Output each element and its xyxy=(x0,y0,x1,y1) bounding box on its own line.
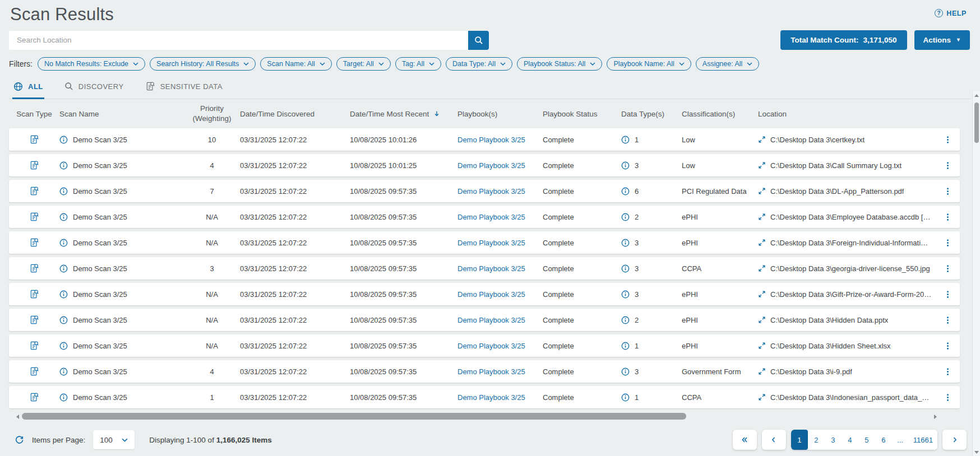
playbook-link[interactable]: Demo Playbook 3/25 xyxy=(457,367,525,376)
info-icon[interactable] xyxy=(59,264,68,273)
playbook-link[interactable]: Demo Playbook 3/25 xyxy=(457,264,525,273)
col-header-priority[interactable]: Priority (Weighting) xyxy=(184,104,240,123)
row-menu-button[interactable] xyxy=(935,316,960,324)
info-icon[interactable] xyxy=(59,213,68,221)
info-icon[interactable] xyxy=(621,393,630,402)
scroll-down-arrow[interactable] xyxy=(973,448,980,456)
col-header-playbooks[interactable]: Playbook(s) xyxy=(457,110,543,118)
filter-chip[interactable]: Scan Name: All xyxy=(260,57,331,71)
info-icon[interactable] xyxy=(59,239,68,247)
info-icon[interactable] xyxy=(621,316,630,324)
sort-descending-icon[interactable] xyxy=(433,110,441,118)
info-icon[interactable] xyxy=(59,342,68,350)
filter-chip[interactable]: Assignee: All xyxy=(696,57,760,71)
info-icon[interactable] xyxy=(621,187,630,196)
row-menu-button[interactable] xyxy=(935,187,960,196)
row-menu-button[interactable] xyxy=(935,136,960,144)
tab-all[interactable]: ALL xyxy=(12,79,44,99)
info-icon[interactable] xyxy=(59,393,68,402)
info-icon[interactable] xyxy=(621,136,630,144)
playbook-link[interactable]: Demo Playbook 3/25 xyxy=(457,393,525,402)
page-ellipsis[interactable]: ... xyxy=(892,430,909,450)
filter-chip[interactable]: Search History: All Results xyxy=(150,57,256,71)
col-header-date-most-recent[interactable]: Date/Time Most Recent xyxy=(350,110,457,118)
playbook-link[interactable]: Demo Playbook 3/25 xyxy=(457,161,525,170)
col-header-classifications[interactable]: Classification(s) xyxy=(682,110,758,118)
filter-chip[interactable]: Data Type: All xyxy=(446,57,512,71)
col-header-data-types[interactable]: Data Type(s) xyxy=(621,110,682,118)
page-number-button[interactable]: 1 xyxy=(791,430,808,450)
col-header-scan-name[interactable]: Scan Name xyxy=(59,110,184,118)
info-icon[interactable] xyxy=(621,213,630,221)
info-icon[interactable] xyxy=(59,290,68,299)
vertical-scrollbar[interactable] xyxy=(972,91,980,456)
playbook-link[interactable]: Demo Playbook 3/25 xyxy=(457,342,525,350)
expand-icon[interactable] xyxy=(758,136,766,143)
col-header-scan-type[interactable]: Scan Type xyxy=(9,110,59,118)
horizontal-scrollbar-thumb[interactable] xyxy=(22,413,686,420)
first-page-button[interactable] xyxy=(733,430,757,450)
info-icon[interactable] xyxy=(621,161,630,170)
scroll-up-arrow[interactable] xyxy=(973,91,980,99)
expand-icon[interactable] xyxy=(758,316,766,324)
expand-icon[interactable] xyxy=(758,342,766,350)
row-menu-button[interactable] xyxy=(935,342,960,350)
next-page-button[interactable] xyxy=(942,430,967,450)
playbook-link[interactable]: Demo Playbook 3/25 xyxy=(457,239,525,247)
expand-icon[interactable] xyxy=(758,161,766,169)
search-button[interactable] xyxy=(468,31,489,50)
col-header-date-discovered[interactable]: Date/Time Discovered xyxy=(240,110,350,118)
row-menu-button[interactable] xyxy=(935,239,960,247)
filter-chip[interactable]: Target: All xyxy=(336,57,391,71)
playbook-link[interactable]: Demo Playbook 3/25 xyxy=(457,213,525,221)
page-number-button[interactable]: 3 xyxy=(825,430,842,450)
filter-chip[interactable]: Playbook Status: All xyxy=(517,57,602,71)
help-button[interactable]: ? HELP xyxy=(935,9,967,17)
row-menu-button[interactable] xyxy=(935,213,960,221)
filter-chip[interactable]: Tag: All xyxy=(395,57,441,71)
playbook-link[interactable]: Demo Playbook 3/25 xyxy=(457,316,525,324)
page-number-button[interactable]: 5 xyxy=(858,430,875,450)
expand-icon[interactable] xyxy=(758,367,766,375)
total-match-count-button[interactable]: Total Match Count: 3,171,050 xyxy=(780,30,907,50)
expand-icon[interactable] xyxy=(758,290,766,298)
page-number-button[interactable]: 2 xyxy=(808,430,825,450)
playbook-link[interactable]: Demo Playbook 3/25 xyxy=(457,187,525,196)
info-icon[interactable] xyxy=(621,239,630,247)
filter-chip[interactable]: No Match Results: Exclude xyxy=(38,57,145,71)
scroll-right-arrow[interactable] xyxy=(931,412,940,421)
info-icon[interactable] xyxy=(621,264,630,273)
expand-icon[interactable] xyxy=(758,264,766,272)
filter-chip[interactable]: Playbook Name: All xyxy=(607,57,691,71)
col-header-location[interactable]: Location xyxy=(758,110,935,118)
vertical-scrollbar-thumb[interactable] xyxy=(974,103,979,143)
expand-icon[interactable] xyxy=(758,187,766,195)
actions-button[interactable]: Actions ▼ xyxy=(914,30,970,50)
info-icon[interactable] xyxy=(621,290,630,299)
expand-icon[interactable] xyxy=(758,213,766,221)
row-menu-button[interactable] xyxy=(935,367,960,376)
playbook-link[interactable]: Demo Playbook 3/25 xyxy=(457,136,525,144)
row-menu-button[interactable] xyxy=(935,161,960,170)
info-icon[interactable] xyxy=(59,367,68,376)
col-header-playbook-status[interactable]: Playbook Status xyxy=(543,110,621,118)
info-icon[interactable] xyxy=(59,136,68,144)
info-icon[interactable] xyxy=(621,367,630,376)
info-icon[interactable] xyxy=(621,342,630,350)
previous-page-button[interactable] xyxy=(762,430,786,450)
page-number-button[interactable]: 4 xyxy=(842,430,858,450)
row-menu-button[interactable] xyxy=(935,290,960,299)
info-icon[interactable] xyxy=(59,161,68,170)
row-menu-button[interactable] xyxy=(935,264,960,273)
row-menu-button[interactable] xyxy=(935,393,960,402)
expand-icon[interactable] xyxy=(758,393,766,401)
page-number-button[interactable]: 6 xyxy=(875,430,892,450)
page-number-button[interactable]: 11661 xyxy=(909,430,937,450)
scroll-left-arrow[interactable] xyxy=(13,412,22,421)
info-icon[interactable] xyxy=(59,187,68,196)
items-per-page-select[interactable]: 100 xyxy=(93,430,135,449)
expand-icon[interactable] xyxy=(758,239,766,246)
playbook-link[interactable]: Demo Playbook 3/25 xyxy=(457,290,525,299)
info-icon[interactable] xyxy=(59,316,68,324)
horizontal-scrollbar[interactable] xyxy=(13,412,940,421)
